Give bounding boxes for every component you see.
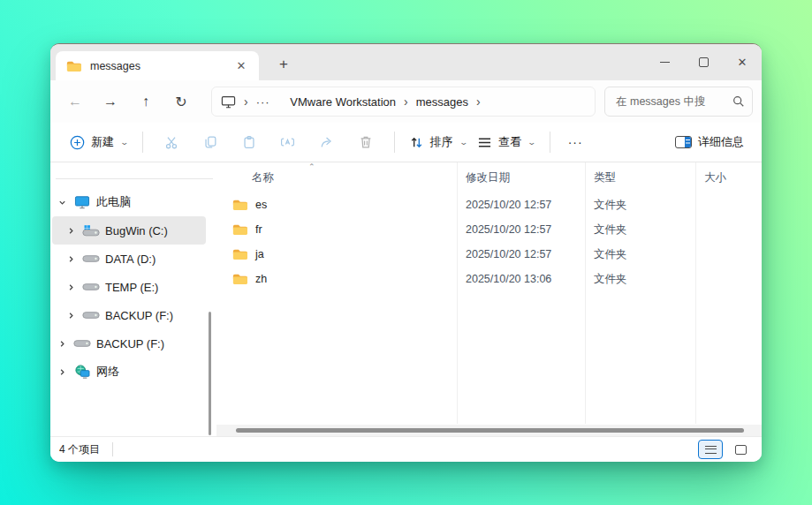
- new-button[interactable]: 新建 ⌄: [65, 127, 133, 157]
- breadcrumb-item-vmware[interactable]: VMware Workstation: [290, 95, 396, 109]
- search-box[interactable]: [604, 87, 753, 117]
- breadcrumb-overflow[interactable]: ···: [256, 95, 270, 109]
- command-bar: 新建 ⌄ 排序 ⌄: [50, 123, 762, 162]
- toolbar-divider: [550, 132, 550, 153]
- sort-button-label: 排序: [430, 134, 453, 150]
- column-header-modified[interactable]: 修改日期: [457, 170, 585, 185]
- sidebar-item-bugwin-c[interactable]: BugWin (C:): [52, 216, 206, 245]
- large-icons-view-icon: [735, 445, 747, 455]
- cut-button[interactable]: [154, 127, 189, 157]
- file-modified: 2025/10/20 12:57: [457, 199, 585, 211]
- column-header-size[interactable]: 大小: [695, 170, 726, 185]
- network-icon: [72, 365, 93, 379]
- chevron-right-icon[interactable]: [52, 368, 72, 376]
- sidebar-item-temp-e[interactable]: TEMP (E:): [52, 273, 206, 301]
- rename-button[interactable]: [270, 127, 306, 157]
- sidebar-item-this-pc[interactable]: 此电脑: [52, 188, 206, 216]
- paste-icon: [241, 134, 257, 150]
- chevron-right-icon[interactable]: [61, 283, 80, 291]
- drive-icon: [80, 311, 102, 320]
- file-name: zh: [255, 273, 267, 285]
- new-tab-button[interactable]: +: [269, 52, 298, 77]
- minimize-button[interactable]: [645, 44, 684, 80]
- details-view-button[interactable]: [698, 440, 723, 459]
- chevron-down-icon: ⌄: [119, 138, 129, 147]
- chevron-right-icon[interactable]: [61, 255, 80, 263]
- tab-messages[interactable]: messages ✕: [56, 51, 259, 80]
- chevron-down-icon[interactable]: [52, 199, 72, 207]
- details-pane-button[interactable]: 详细信息: [670, 127, 749, 157]
- sort-button[interactable]: 排序 ⌄: [404, 127, 473, 157]
- file-row-fr[interactable]: fr 2025/10/20 12:57 文件夹: [216, 217, 762, 242]
- details-view-icon: [705, 446, 717, 454]
- drive-icon: [72, 339, 93, 348]
- more-options-button[interactable]: ···: [559, 135, 592, 149]
- minimize-icon: [660, 62, 670, 63]
- sidebar-item-data-d[interactable]: DATA (D:): [52, 245, 206, 273]
- file-type: 文件夹: [585, 222, 695, 237]
- refresh-button[interactable]: ↻: [163, 87, 199, 117]
- delete-button[interactable]: [348, 127, 383, 157]
- paste-button[interactable]: [231, 127, 267, 157]
- up-button[interactable]: ↑: [128, 87, 163, 117]
- chevron-right-icon[interactable]: [61, 312, 80, 320]
- maximize-button[interactable]: [684, 44, 723, 80]
- file-type: 文件夹: [585, 247, 695, 262]
- chevron-right-icon[interactable]: [52, 340, 72, 348]
- item-count: 4 个项目: [59, 442, 100, 457]
- search-icon: [732, 95, 745, 108]
- column-header-name[interactable]: 名称: [216, 170, 457, 185]
- sidebar-item-label: BugWin (C:): [105, 224, 168, 237]
- toolbar-divider: [142, 132, 143, 153]
- content-area: 此电脑 BugWin (C:) DATA (D:): [50, 162, 762, 436]
- breadcrumb-chevron[interactable]: ›: [236, 95, 256, 108]
- file-modified: 2025/10/20 12:57: [457, 223, 585, 236]
- view-button[interactable]: 查看 ⌄: [472, 127, 541, 157]
- system-drive-icon: [80, 224, 102, 237]
- tab-bar: messages ✕ + ✕: [50, 44, 762, 80]
- sidebar-scrollbar[interactable]: [209, 312, 211, 435]
- file-type: 文件夹: [585, 198, 695, 213]
- sidebar-item-network[interactable]: 网络: [52, 358, 206, 386]
- sidebar-divider: [56, 178, 213, 179]
- horizontal-scrollbar-thumb[interactable]: [236, 428, 744, 433]
- breadcrumb[interactable]: › ··· › VMware Workstation › messages ›: [211, 87, 596, 117]
- drive-icon: [80, 283, 102, 291]
- large-icons-view-button[interactable]: [728, 440, 753, 459]
- folder-icon: [232, 248, 247, 260]
- sidebar-item-backup-f[interactable]: BACKUP (F:): [52, 329, 206, 358]
- file-row-zh[interactable]: zh 2025/10/20 13:06 文件夹: [216, 267, 762, 291]
- sidebar-item-backup-f-child[interactable]: BACKUP (F:): [52, 301, 206, 329]
- plus-circle-icon: [70, 135, 85, 150]
- toolbar-divider: [394, 132, 395, 153]
- copy-button[interactable]: [193, 127, 228, 157]
- file-name-cell: es: [216, 199, 457, 211]
- breadcrumb-item-messages[interactable]: messages: [416, 95, 468, 109]
- file-row-ja[interactable]: ja 2025/10/20 12:57 文件夹: [216, 242, 762, 267]
- back-button[interactable]: ←: [57, 87, 93, 117]
- file-explorer-window: messages ✕ + ✕ ← → ↑ ↻ › ··· › VMware Wo…: [50, 43, 762, 462]
- file-modified: 2025/10/20 13:06: [457, 273, 585, 285]
- breadcrumb-chevron[interactable]: ›: [468, 95, 489, 108]
- address-bar: ← → ↑ ↻ › ··· › VMware Workstation › mes…: [50, 80, 762, 123]
- sidebar-item-label: DATA (D:): [105, 253, 156, 266]
- sidebar-item-label: 网络: [96, 364, 119, 380]
- column-header-type[interactable]: 类型: [585, 170, 695, 185]
- copy-icon: [202, 134, 218, 150]
- file-row-es[interactable]: es 2025/10/20 12:57 文件夹: [216, 192, 762, 217]
- folder-icon: [232, 273, 247, 285]
- tab-close-icon[interactable]: ✕: [231, 56, 252, 77]
- chevron-right-icon[interactable]: [61, 227, 80, 235]
- breadcrumb-chevron[interactable]: ›: [396, 95, 416, 108]
- sidebar-item-label: BACKUP (F:): [96, 337, 164, 350]
- new-button-label: 新建: [91, 134, 114, 150]
- search-input[interactable]: [616, 95, 732, 108]
- share-button[interactable]: [309, 127, 345, 157]
- close-button[interactable]: ✕: [723, 44, 762, 80]
- horizontal-scrollbar-track[interactable]: [216, 425, 762, 436]
- file-name: ja: [255, 248, 264, 260]
- file-name: es: [255, 199, 267, 211]
- rename-icon: [279, 134, 296, 150]
- trash-icon: [358, 134, 374, 150]
- forward-button[interactable]: →: [93, 87, 128, 117]
